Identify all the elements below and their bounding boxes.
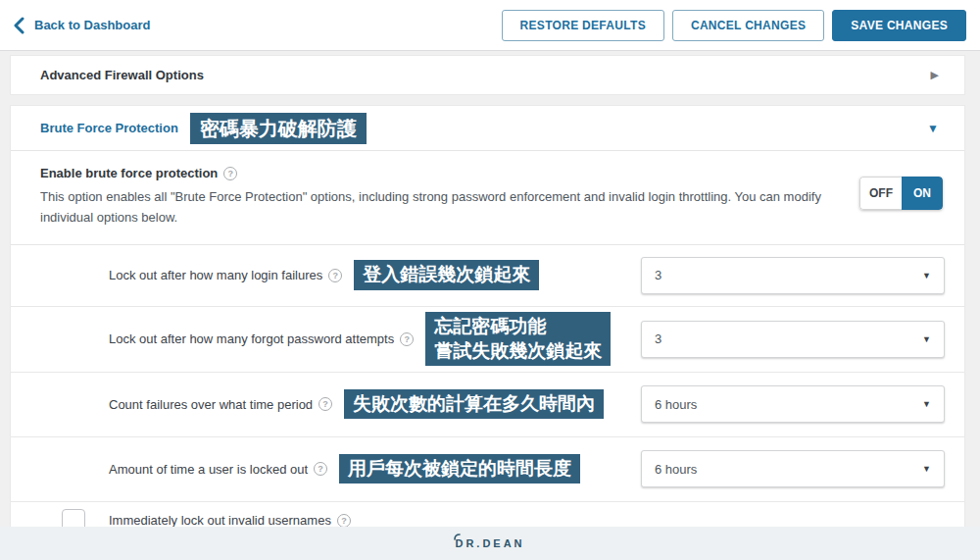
failure-period-value: 6 hours <box>655 397 697 412</box>
lockout-duration-label: Amount of time a user is locked out ? <box>109 462 327 477</box>
failure-period-label: Count failures over what time period ? <box>109 397 332 412</box>
help-icon[interactable]: ? <box>400 332 414 346</box>
login-failures-label: Lock out after how many login failures ? <box>109 268 342 282</box>
annotation-login-failures: 登入錯誤幾次鎖起來 <box>354 260 539 290</box>
restore-defaults-button[interactable]: RESTORE DEFAULTS <box>502 10 664 41</box>
login-failures-select[interactable]: 3 ▼ <box>641 257 945 294</box>
settings-page: Advanced Firewall Options ▶ Brute Force … <box>10 55 965 540</box>
brute-force-toggle[interactable]: OFF ON <box>859 177 943 210</box>
dropdown-caret-icon: ▼ <box>922 334 931 344</box>
back-to-dashboard-label: Back to Dashboard <box>34 18 150 32</box>
logo-sprout-icon <box>454 531 462 542</box>
cancel-changes-button[interactable]: CANCEL CHANGES <box>672 10 824 41</box>
toggle-off-option[interactable]: OFF <box>859 177 902 210</box>
failure-period-label-text: Count failures over what time period <box>109 397 313 412</box>
dropdown-caret-icon: ▼ <box>922 399 931 409</box>
enable-brute-force-description: This option enables all "Brute Force Pro… <box>40 187 824 229</box>
setting-row-failure-period: Count failures over what time period ? 失… <box>11 373 964 437</box>
annotation-forgot-password: 忘記密碼功能 嘗試失敗幾次鎖起來 <box>425 312 611 366</box>
lockout-duration-label-text: Amount of time a user is locked out <box>109 462 308 477</box>
annotation-failure-period: 失敗次數的計算在多久時間內 <box>344 389 604 420</box>
login-failures-label-text: Lock out after how many login failures <box>109 268 322 282</box>
back-to-dashboard-link[interactable]: Back to Dashboard <box>12 17 150 34</box>
brute-force-title: Brute Force Protection <box>40 121 178 135</box>
back-chevron-icon <box>12 17 26 34</box>
setting-row-lockout-duration: Amount of time a user is locked out ? 用戶… <box>11 437 964 502</box>
help-icon[interactable]: ? <box>318 397 332 411</box>
invalid-usernames-label: Immediately lock out invalid usernames ? <box>109 513 351 528</box>
forgot-password-value: 3 <box>655 331 662 346</box>
dropdown-caret-icon: ▼ <box>922 271 931 280</box>
save-changes-button[interactable]: SAVE CHANGES <box>832 10 966 41</box>
annotation-brute-force: 密碼暴力破解防護 <box>190 113 367 144</box>
toggle-on-option[interactable]: ON <box>902 177 943 210</box>
help-icon[interactable]: ? <box>337 514 351 528</box>
dropdown-caret-icon: ▼ <box>922 464 931 474</box>
footer-bar: DR.DEAN <box>0 527 980 560</box>
section-expanded-icon[interactable]: ▼ <box>927 122 939 135</box>
failure-count-period-select[interactable]: 6 hours ▼ <box>641 385 945 423</box>
help-icon[interactable]: ? <box>328 269 342 282</box>
forgot-password-label-text: Lock out after how many forgot password … <box>109 331 394 346</box>
enable-brute-force-label: Enable brute force protection <box>40 166 218 180</box>
login-failures-value: 3 <box>655 268 662 282</box>
setting-row-forgot-password: Lock out after how many forgot password … <box>11 307 964 373</box>
top-toolbar: Back to Dashboard RESTORE DEFAULTS CANCE… <box>0 0 980 51</box>
brute-force-header[interactable]: Brute Force Protection 密碼暴力破解防護 ▼ <box>11 106 964 151</box>
setting-row-login-failures: Lock out after how many login failures ?… <box>11 245 964 307</box>
section-collapsed-icon[interactable]: ▶ <box>931 69 939 81</box>
section-brute-force: Brute Force Protection 密碼暴力破解防護 ▼ Enable… <box>10 105 965 540</box>
help-icon[interactable]: ? <box>223 167 237 180</box>
lockout-duration-value: 6 hours <box>655 462 697 477</box>
help-icon[interactable]: ? <box>314 462 327 476</box>
dr-dean-logo: DR.DEAN <box>455 537 524 549</box>
section-advanced-firewall[interactable]: Advanced Firewall Options ▶ <box>10 55 965 95</box>
toolbar-actions: RESTORE DEFAULTS CANCEL CHANGES SAVE CHA… <box>502 10 966 41</box>
forgot-password-attempts-select[interactable]: 3 ▼ <box>641 321 945 358</box>
forgot-password-label: Lock out after how many forgot password … <box>109 331 414 346</box>
invalid-usernames-label-text: Immediately lock out invalid usernames <box>109 513 331 528</box>
annotation-lockout-duration: 用戶每次被鎖定的時間長度 <box>339 454 580 484</box>
enable-brute-force-setting: Enable brute force protection ? This opt… <box>11 151 964 245</box>
logo-text: DR.DEAN <box>455 537 524 549</box>
lockout-duration-select[interactable]: 6 hours ▼ <box>641 450 945 487</box>
advanced-firewall-title: Advanced Firewall Options <box>40 68 204 82</box>
